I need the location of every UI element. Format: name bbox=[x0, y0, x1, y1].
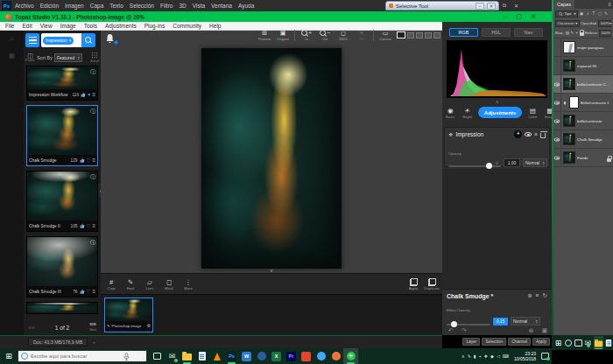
ps-menu-3[interactable]: Capa bbox=[90, 3, 104, 9]
topaz-menu-7[interactable]: Community bbox=[173, 23, 201, 29]
tab-hsl[interactable]: HSL bbox=[482, 28, 511, 37]
opacity-value[interactable]: 100%▾ bbox=[598, 20, 611, 27]
view-mode-side[interactable] bbox=[425, 32, 432, 38]
search-button[interactable] bbox=[81, 33, 95, 47]
notification-bell-icon[interactable] bbox=[104, 32, 116, 45]
tag-close-icon[interactable]: × bbox=[68, 38, 71, 43]
heart-icon[interactable]: ♡ bbox=[87, 223, 91, 228]
file-explorer-icon[interactable] bbox=[180, 348, 194, 364]
minimize-icon[interactable]: – bbox=[504, 13, 508, 20]
document-icon[interactable] bbox=[605, 336, 613, 349]
zoom-in-button[interactable]: +In bbox=[299, 29, 314, 41]
preview-button[interactable]: ⊞Preview bbox=[257, 29, 271, 41]
adjustments-button[interactable]: Adjustments bbox=[478, 107, 522, 118]
restore-icon[interactable]: ⧉ bbox=[503, 3, 506, 9]
heart-icon[interactable]: ♡ bbox=[87, 289, 91, 294]
tool-color[interactable]: ▤Color bbox=[526, 106, 539, 119]
info-icon[interactable]: ⓘ bbox=[90, 108, 95, 116]
pen-icon[interactable]: ✎ bbox=[468, 354, 471, 359]
effect-opacity-value[interactable]: 0.15 bbox=[493, 318, 508, 326]
photoshop-icon[interactable]: Ps bbox=[224, 348, 239, 364]
ps-menu-7[interactable]: 3D bbox=[179, 3, 186, 9]
taskbar-search[interactable] bbox=[18, 350, 147, 362]
topaz-menu-2[interactable]: View bbox=[40, 23, 53, 29]
ps-menu-2[interactable]: Imagen bbox=[65, 3, 84, 9]
visibility-eye-icon[interactable] bbox=[553, 130, 561, 148]
premiere-icon[interactable]: Pr bbox=[284, 348, 299, 364]
thumbs-up-icon[interactable] bbox=[80, 158, 85, 164]
topaz-studio-icon[interactable]: ✳ bbox=[343, 348, 358, 364]
vlc-icon[interactable] bbox=[209, 348, 224, 364]
lock-all-icon[interactable] bbox=[580, 30, 584, 37]
duplicate-button[interactable]: Duplicate bbox=[426, 277, 438, 290]
maximize-icon[interactable]: ▢ bbox=[517, 13, 523, 20]
layer-row-2[interactable]: brillo/contraste Chalk Smudge II bbox=[553, 75, 613, 94]
ps-menu-4[interactable]: Texto bbox=[109, 3, 123, 9]
preset-card-1[interactable]: ⓘChalk Smudge129♡≡ bbox=[26, 105, 98, 166]
tool-lens[interactable]: ▱Lens bbox=[144, 277, 156, 290]
ps-menu-8[interactable]: Vista bbox=[193, 3, 205, 9]
tool-mask[interactable]: ◻Mask bbox=[163, 277, 175, 290]
action-center-icon[interactable] bbox=[541, 353, 549, 360]
canvas-button[interactable]: ▭Canvas bbox=[378, 29, 392, 41]
info-icon[interactable]: ⓘ bbox=[90, 68, 95, 76]
preset-card-3[interactable]: ⓘChalk Smudge III76♡≡ bbox=[26, 236, 98, 298]
hidden-icons-icon[interactable]: ∧ bbox=[462, 354, 465, 359]
start-button[interactable]: ⊞ bbox=[0, 352, 18, 360]
filter-type-icon[interactable]: T bbox=[591, 11, 596, 16]
blend-mode-select[interactable]: Oscurecer▾ bbox=[555, 20, 580, 27]
topaz-menu-3[interactable]: Image bbox=[60, 23, 76, 29]
reset-icon[interactable]: ↻ bbox=[543, 292, 547, 299]
layer-row-3[interactable]: ◐Brillo/contraste 1 bbox=[553, 94, 613, 112]
layer-row-4[interactable]: brillo/contraste bbox=[553, 112, 613, 130]
topaz-titlebar[interactable]: Topaz Studio V1.10.1 - Photoshop-image @… bbox=[0, 11, 552, 22]
layer-row-0[interactable]: mujer paraguas bbox=[553, 38, 613, 57]
search-input[interactable]: Impression × bbox=[41, 33, 81, 47]
trash-icon[interactable] bbox=[540, 133, 546, 138]
menu-icon[interactable]: ≡ bbox=[534, 131, 538, 137]
topaz-menu-6[interactable]: Plug-ins bbox=[144, 23, 165, 29]
public-presets-button[interactable]: ◫Public bbox=[25, 53, 35, 62]
view-mode-single[interactable] bbox=[397, 32, 405, 38]
topaz-menu-0[interactable]: File bbox=[5, 23, 14, 29]
fit-button[interactable]: ✕Fit bbox=[355, 29, 369, 41]
app-circle-icon[interactable] bbox=[254, 348, 269, 364]
tab-nav[interactable]: Nav bbox=[514, 28, 543, 37]
search-input[interactable] bbox=[31, 354, 123, 359]
filter-adjustment-icon[interactable]: ◑ bbox=[585, 11, 590, 16]
excel-icon[interactable]: X bbox=[269, 348, 284, 364]
view-mode-split-v[interactable] bbox=[416, 32, 423, 38]
cortana-icon[interactable] bbox=[564, 336, 572, 349]
zoom-100-button[interactable]: ◻100% bbox=[336, 29, 350, 41]
preset-card-2[interactable]: ⓘChalk Smudge II105♡≡ bbox=[26, 171, 98, 232]
visibility-toggle-empty[interactable] bbox=[553, 38, 561, 56]
ok-button[interactable]: ▣OK bbox=[541, 328, 547, 335]
battery-icon[interactable]: ▮ bbox=[474, 354, 476, 359]
info-icon[interactable]: ⓘ bbox=[90, 173, 95, 181]
filter-type-select[interactable]: Tipo▾ bbox=[555, 10, 578, 18]
output-selection-button[interactable]: Selection bbox=[482, 338, 506, 346]
collapse-up-icon[interactable]: ∧ bbox=[442, 99, 552, 104]
ps-menu-0[interactable]: Archivo bbox=[15, 3, 34, 9]
ps-menu-1[interactable]: Edición bbox=[40, 3, 59, 9]
volume-icon[interactable]: ◁ bbox=[497, 354, 500, 359]
start-icon[interactable]: ⊞ bbox=[554, 336, 562, 349]
menu-icon[interactable]: ≡ bbox=[536, 292, 539, 299]
thumbs-up-icon[interactable] bbox=[80, 289, 85, 295]
next-page-button[interactable]: »»Next bbox=[89, 322, 96, 332]
topaz-menu-1[interactable]: Edit bbox=[22, 23, 32, 29]
grid-size-button[interactable]: Small bbox=[90, 52, 99, 63]
firefox-icon[interactable] bbox=[328, 348, 343, 364]
preset-card-4[interactable] bbox=[26, 302, 98, 314]
collapse-down-icon[interactable]: ∨ bbox=[445, 160, 549, 165]
mail-icon[interactable]: ✉ bbox=[584, 336, 592, 349]
share-icon[interactable]: ⊚ bbox=[527, 292, 532, 299]
filter-shape-icon[interactable]: ▢ bbox=[597, 11, 602, 16]
visibility-eye-icon[interactable] bbox=[553, 112, 561, 130]
tool-crop[interactable]: #Crop bbox=[105, 277, 117, 290]
topaz-menu-4[interactable]: Tools bbox=[84, 23, 97, 29]
preset-card-0[interactable]: ⓘImpression Workflow116♥≡ bbox=[26, 66, 98, 101]
close-icon[interactable]: ✕ bbox=[531, 13, 536, 20]
heart-icon[interactable]: ♡ bbox=[87, 158, 91, 163]
taskbar-clock[interactable]: 23:23 10/05/2018 bbox=[514, 351, 536, 361]
